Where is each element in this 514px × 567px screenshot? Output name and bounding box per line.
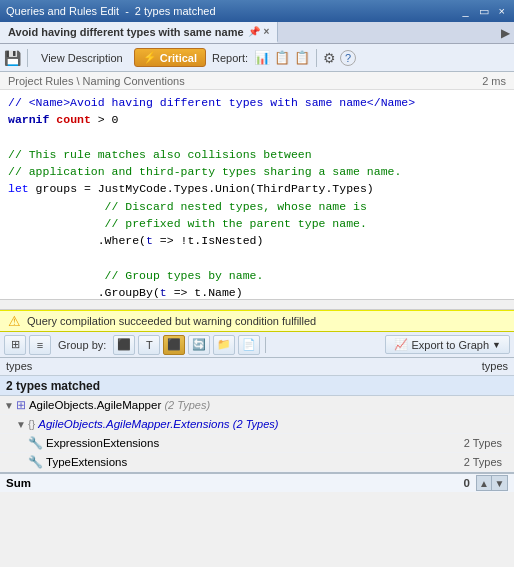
warning-icon: ⚠ xyxy=(8,313,21,329)
row-detail: (2 Types) xyxy=(233,418,279,430)
view-description-button[interactable]: View Description xyxy=(34,49,130,67)
sum-value: 0 xyxy=(464,477,476,489)
row-name-text: AgileObjects.AgileMapper xyxy=(29,399,161,411)
report-icon-2[interactable]: 📋 xyxy=(294,50,310,65)
export-label: Export to Graph xyxy=(411,339,489,351)
class-icon: 🔧 xyxy=(28,436,43,450)
scroll-up-button[interactable]: ▲ xyxy=(476,475,492,491)
tab-pin-icon[interactable]: 📌 xyxy=(248,26,260,37)
results-header-left: types xyxy=(0,358,257,375)
tab-bar: Avoid having different types with same n… xyxy=(0,22,514,44)
group-btn-4[interactable]: 🔄 xyxy=(188,335,210,355)
group-btn-1[interactable]: ⬛ xyxy=(113,335,135,355)
report-label: Report: xyxy=(212,52,248,64)
tab-close-icon[interactable]: × xyxy=(264,26,270,37)
code-line-5: // application and third-party types sha… xyxy=(8,163,506,180)
critical-label: Critical xyxy=(160,52,197,64)
row-name: AgileObjects.AgileMapper (2 Types) xyxy=(29,399,502,411)
main-toolbar: 💾 View Description ⚡ Critical Report: 📊 … xyxy=(0,44,514,72)
code-line-7: // Discard nested types, whose name is xyxy=(8,198,506,215)
tab-overflow-icon[interactable]: ▶ xyxy=(501,26,510,40)
breadcrumb-path: Project Rules \ Naming Conventions xyxy=(8,75,185,87)
export-arrow-icon: ▼ xyxy=(492,340,501,350)
warning-bar: ⚠ Query compilation succeeded but warnin… xyxy=(0,310,514,332)
export-to-graph-button[interactable]: 📈 Export to Graph ▼ xyxy=(385,335,510,354)
list-view-button[interactable]: ≡ xyxy=(29,335,51,355)
code-line-3 xyxy=(8,129,506,146)
row-count: 2 Types xyxy=(464,437,510,449)
breadcrumb: Project Rules \ Naming Conventions 2 ms xyxy=(0,72,514,90)
critical-icon: ⚡ xyxy=(143,51,157,64)
horizontal-scrollbar[interactable] xyxy=(0,299,514,309)
execution-time: 2 ms xyxy=(482,75,506,87)
row-name: TypeExtensions xyxy=(46,456,464,468)
group-btn-3[interactable]: ⬛ xyxy=(163,335,185,355)
tree-row[interactable]: ▼ ⊞ AgileObjects.AgileMapper (2 Types) xyxy=(0,396,514,415)
help-icon[interactable]: ? xyxy=(340,50,356,66)
row-detail: (2 Types) xyxy=(164,399,210,411)
code-line-11: // Group types by name. xyxy=(8,267,506,284)
group-btn-5[interactable]: 📁 xyxy=(213,335,235,355)
code-line-1: // <Name>Avoid having different types wi… xyxy=(8,94,506,111)
row-name-text: TypeExtensions xyxy=(46,456,127,468)
tree-container: ▼ ⊞ AgileObjects.AgileMapper (2 Types) ▼… xyxy=(0,396,514,472)
tree-row[interactable]: 🔧 ExpressionExtensions 2 Types xyxy=(0,434,514,453)
code-line-9: .Where(t => !t.IsNested) xyxy=(8,232,506,249)
toolbar-sep-1 xyxy=(27,49,28,67)
code-line-6: let groups = JustMyCode.Types.Union(Thir… xyxy=(8,180,506,197)
maximize-button[interactable]: ▭ xyxy=(476,5,492,18)
scroll-down-button[interactable]: ▼ xyxy=(492,475,508,491)
active-tab[interactable]: Avoid having different types with same n… xyxy=(0,22,278,43)
expand-icon[interactable]: ▼ xyxy=(16,419,26,430)
title-bar: Queries and Rules Edit - 2 types matched… xyxy=(0,0,514,22)
row-name: AgileObjects.AgileMapper.Extensions (2 T… xyxy=(38,418,502,430)
critical-button[interactable]: ⚡ Critical xyxy=(134,48,206,67)
warning-text: Query compilation succeeded but warning … xyxy=(27,315,316,327)
export-icon: 📈 xyxy=(394,338,408,351)
code-line-2: warnif count > 0 xyxy=(8,111,506,128)
matched-banner-text: 2 types matched xyxy=(6,379,100,393)
expand-icon[interactable]: ▼ xyxy=(4,400,14,411)
row-name-text: ExpressionExtensions xyxy=(46,437,159,449)
grid-view-button[interactable]: ⊞ xyxy=(4,335,26,355)
results-header-right: types xyxy=(257,358,514,375)
group-btn-2[interactable]: T xyxy=(138,335,160,355)
view-description-label: View Description xyxy=(41,52,123,64)
tree-row[interactable]: ▼ {} AgileObjects.AgileMapper.Extensions… xyxy=(0,415,514,434)
class-icon: 🔧 xyxy=(28,455,43,469)
group-by-label: Group by: xyxy=(58,339,106,351)
namespace-icon: ⊞ xyxy=(16,398,26,412)
results-header: types types xyxy=(0,358,514,376)
sum-row: Sum 0 ▲ ▼ xyxy=(0,472,514,492)
settings-icon[interactable]: ⚙ xyxy=(323,50,336,66)
save-icon[interactable]: 💾 xyxy=(4,50,21,66)
results-toolbar: ⊞ ≡ Group by: ⬛ T ⬛ 🔄 📁 📄 📈 Export to Gr… xyxy=(0,332,514,358)
close-button[interactable]: × xyxy=(496,5,508,17)
minimize-button[interactable]: _ xyxy=(459,5,471,17)
namespace-braces-icon: {} xyxy=(28,418,35,430)
app-title: Queries and Rules Edit xyxy=(6,5,119,17)
chart-icon[interactable]: 📊 xyxy=(254,50,270,65)
title-separator: - xyxy=(125,5,129,17)
row-name-text: AgileObjects.AgileMapper.Extensions xyxy=(38,418,229,430)
sum-label: Sum xyxy=(6,477,464,489)
row-name: ExpressionExtensions xyxy=(46,437,464,449)
matched-banner: 2 types matched xyxy=(0,376,514,396)
code-line-10 xyxy=(8,249,506,266)
tab-label: Avoid having different types with same n… xyxy=(8,26,244,38)
results-sep xyxy=(265,337,266,353)
report-icon-1[interactable]: 📋 xyxy=(274,50,290,65)
code-editor[interactable]: // <Name>Avoid having different types wi… xyxy=(0,90,514,310)
code-line-8: // prefixed with the parent type name. xyxy=(8,215,506,232)
toolbar-sep-2 xyxy=(316,49,317,67)
tree-row[interactable]: 🔧 TypeExtensions 2 Types xyxy=(0,453,514,472)
code-line-4: // This rule matches also collisions bet… xyxy=(8,146,506,163)
row-count: 2 Types xyxy=(464,456,510,468)
group-btn-6[interactable]: 📄 xyxy=(238,335,260,355)
match-count-title: 2 types matched xyxy=(135,5,216,17)
